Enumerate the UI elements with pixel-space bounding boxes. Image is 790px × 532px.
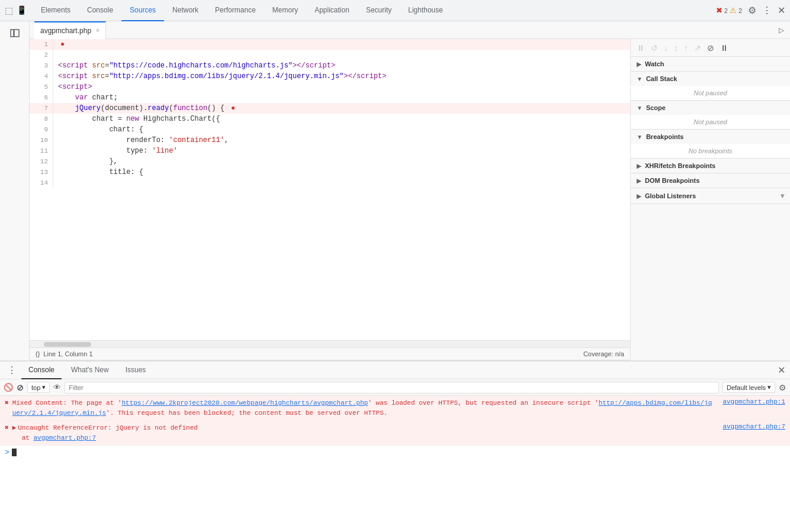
level-selector[interactable]: Default levels ▾ (722, 382, 775, 393)
msg-location-2[interactable]: avgpmchart.php:7 (718, 423, 785, 430)
console-settings-icon[interactable]: ⚙ (779, 383, 786, 392)
stack-trace: at avgpmchart.php:7 (12, 434, 96, 441)
nav-tab-console[interactable]: Console (79, 0, 121, 21)
step-icon[interactable]: ↗ (693, 42, 702, 54)
console-msg-jquery-error: ✖ ▶Uncaught ReferenceError: jQuery is no… (0, 421, 790, 446)
code-area[interactable]: 1 ● 2 3 <script src="https://code.highch… (30, 39, 630, 340)
section-callstack: ▼ Call Stack Not paused (631, 72, 790, 101)
right-icons: ✖ 2 ⚠ 2 ⚙ ⋮ ✕ (716, 5, 785, 16)
step-into-icon[interactable]: ↕ (673, 42, 679, 54)
step-over-icon[interactable]: ↓ (663, 42, 669, 54)
watch-arrow: ▶ (637, 61, 641, 67)
code-line-10: 10 renderTo: 'container11', (30, 135, 630, 146)
code-line-13: 13 title: { (30, 167, 630, 178)
error-icon-1: ✖ (5, 399, 9, 407)
nav-tab-security[interactable]: Security (358, 0, 400, 21)
console-tab-console-label: Console (28, 366, 54, 374)
nav-tab-sources[interactable]: Sources (121, 0, 164, 21)
nav-tabs: ElementsConsoleSourcesNetworkPerformance… (33, 0, 716, 21)
file-tab-avgpmchart[interactable]: avgpmchart.php × (34, 21, 106, 39)
inspect-icon[interactable]: ⬚ (5, 5, 13, 16)
section-breakpoints-header[interactable]: ▼ Breakpoints (631, 130, 790, 144)
section-breakpoints: ▼ Breakpoints No breakpoints (631, 130, 790, 159)
sidebar (0, 21, 30, 360)
section-callstack-header[interactable]: ▼ Call Stack (631, 72, 790, 86)
code-line-1: 1 ● (30, 39, 630, 50)
editor-right-wrapper: avgpmchart.php × ▷ 1 ● (30, 21, 790, 360)
error-dot-1: ● (60, 40, 65, 49)
file-tab-close[interactable]: × (96, 27, 99, 34)
scope-content: Not paused (631, 115, 790, 129)
console-tab-issues[interactable]: Issues (118, 362, 153, 379)
toggle-sidebar-icon[interactable] (7, 25, 23, 41)
dom-arrow: ▶ (637, 178, 641, 184)
console-tabs-bar: ⋮ Console What's New Issues ✕ (0, 362, 790, 379)
global-expand-icon[interactable]: ▾ (781, 192, 784, 200)
console-input-line: > (0, 446, 790, 459)
pause-on-exception-icon[interactable]: ⏸ (719, 42, 730, 54)
console-prompt: > (5, 448, 9, 457)
horizontal-scrollbar[interactable] (30, 340, 630, 347)
right-panel: ⏸ ↺ ↓ ↕ ↑ ↗ ⊘ ⏸ ▶ Watch (630, 39, 790, 360)
nav-tab-lighthouse[interactable]: Lighthouse (400, 0, 451, 21)
step-out-icon[interactable]: ↑ (683, 42, 689, 54)
msg-location-1[interactable]: avgpmchart.php:1 (718, 398, 785, 405)
context-dropdown-icon: ▾ (42, 383, 46, 391)
console-tab-whatsnew-label: What's New (71, 366, 109, 374)
section-watch: ▶ Watch (631, 57, 790, 72)
breakpoints-label: Breakpoints (646, 133, 684, 140)
console-eye-icon[interactable]: 👁 (53, 383, 61, 392)
nav-tab-performance[interactable]: Performance (207, 0, 264, 21)
resume-icon[interactable]: ↺ (650, 42, 659, 54)
level-dropdown-icon: ▾ (767, 383, 771, 391)
link-stack-trace[interactable]: avgpmchart.php:7 (33, 434, 96, 441)
expand-arrow[interactable]: ▶ (12, 424, 17, 431)
context-selector[interactable]: top ▾ (27, 382, 50, 393)
code-line-11: 11 type: 'line' (30, 146, 630, 156)
file-tab-name: avgpmchart.php (40, 27, 91, 35)
error-count: 2 (724, 7, 728, 14)
callstack-content: Not paused (631, 86, 790, 100)
console-tab-console[interactable]: Console (21, 362, 62, 379)
section-global: ▶ Global Listeners ▾ (631, 188, 790, 204)
nav-tab-memory[interactable]: Memory (264, 0, 306, 21)
console-toolbar: 🚫 ⊘ top ▾ 👁 Default levels ▾ ⚙ (0, 379, 790, 396)
format-icon[interactable]: {} (36, 350, 40, 357)
link-page[interactable]: https://www.2kproject2020.com/webpage/hi… (121, 399, 368, 407)
section-watch-header[interactable]: ▶ Watch (631, 57, 790, 71)
toggle-right-panel-icon[interactable]: ▷ (772, 26, 790, 34)
status-bar: {} Line 1, Column 1 Coverage: n/a (30, 347, 630, 360)
more-icon[interactable]: ⋮ (762, 5, 772, 16)
console-tab-whatsnew[interactable]: What's New (64, 362, 116, 379)
console-filter-icon[interactable]: ⊘ (17, 383, 24, 392)
pause-icon[interactable]: ⏸ (635, 42, 646, 54)
nav-tab-network[interactable]: Network (164, 0, 207, 21)
section-global-header[interactable]: ▶ Global Listeners ▾ (631, 188, 790, 204)
device-icon[interactable]: 📱 (17, 5, 27, 16)
nav-tab-elements[interactable]: Elements (33, 0, 79, 21)
section-dom-header[interactable]: ▶ DOM Breakpoints (631, 173, 790, 188)
console-clear-icon[interactable]: 🚫 (4, 383, 13, 392)
console-filter-input[interactable] (65, 382, 719, 394)
svg-rect-0 (11, 30, 14, 37)
callstack-arrow: ▼ (637, 76, 643, 82)
code-line-3: 3 <script src="https://code.highcharts.c… (30, 60, 630, 71)
code-line-2: 2 (30, 50, 630, 60)
close-devtools-icon[interactable]: ✕ (778, 5, 785, 16)
level-label: Default levels (727, 384, 766, 391)
right-panel-toolbar: ⏸ ↺ ↓ ↕ ↑ ↗ ⊘ ⏸ (631, 39, 790, 57)
console-cursor[interactable] (12, 449, 17, 456)
nav-tab-application[interactable]: Application (306, 0, 358, 21)
console-tab-issues-label: Issues (126, 366, 146, 374)
error-icon-2: ✖ (5, 424, 9, 431)
section-scope-header[interactable]: ▼ Scope (631, 101, 790, 115)
close-console-icon[interactable]: ✕ (778, 365, 785, 376)
deactivate-breakpoints-icon[interactable]: ⊘ (706, 42, 715, 54)
section-xhr-header[interactable]: ▶ XHR/fetch Breakpoints (631, 159, 790, 173)
xhr-label: XHR/fetch Breakpoints (645, 162, 715, 169)
console-menu-icon[interactable]: ⋮ (5, 365, 19, 376)
settings-icon[interactable]: ⚙ (748, 5, 756, 16)
position-label: Line 1, Column 1 (43, 350, 92, 357)
error-badge-area: ✖ 2 ⚠ 2 (716, 6, 742, 15)
h-scroll-thumb[interactable] (44, 342, 91, 347)
